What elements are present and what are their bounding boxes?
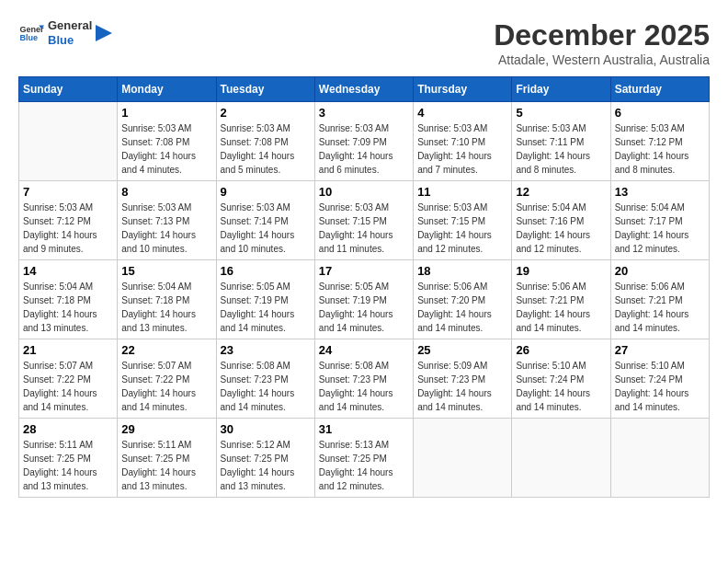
day-info: Sunrise: 5:11 AMSunset: 7:25 PMDaylight:…: [121, 438, 211, 493]
logo-general: General: [48, 18, 92, 33]
day-number: 17: [319, 264, 409, 278]
day-info: Sunrise: 5:06 AMSunset: 7:20 PMDaylight:…: [417, 280, 507, 335]
calendar-cell: 16Sunrise: 5:05 AMSunset: 7:19 PMDayligh…: [216, 260, 314, 339]
calendar-table: SundayMondayTuesdayWednesdayThursdayFrid…: [18, 76, 710, 498]
calendar-header-row: SundayMondayTuesdayWednesdayThursdayFrid…: [19, 77, 710, 102]
calendar-cell: 1Sunrise: 5:03 AMSunset: 7:08 PMDaylight…: [118, 102, 216, 181]
day-info: Sunrise: 5:03 AMSunset: 7:08 PMDaylight:…: [221, 121, 311, 177]
calendar-week-row: 21Sunrise: 5:07 AMSunset: 7:22 PMDayligh…: [19, 339, 710, 419]
calendar-cell: [19, 102, 118, 181]
day-number: 24: [319, 343, 409, 357]
day-number: 15: [121, 264, 211, 278]
column-header-saturday: Saturday: [610, 77, 709, 102]
day-info: Sunrise: 5:03 AMSunset: 7:09 PMDaylight:…: [319, 121, 409, 177]
title-section: December 2025 Attadale, Western Australi…: [494, 18, 710, 67]
day-info: Sunrise: 5:06 AMSunset: 7:21 PMDaylight:…: [615, 280, 705, 335]
day-info: Sunrise: 5:03 AMSunset: 7:15 PMDaylight:…: [417, 201, 507, 256]
column-header-monday: Monday: [118, 77, 216, 102]
day-number: 23: [221, 343, 311, 357]
day-number: 12: [516, 185, 606, 199]
day-info: Sunrise: 5:09 AMSunset: 7:23 PMDaylight:…: [417, 359, 507, 414]
calendar-cell: 21Sunrise: 5:07 AMSunset: 7:22 PMDayligh…: [19, 339, 118, 419]
day-info: Sunrise: 5:03 AMSunset: 7:12 PMDaylight:…: [23, 201, 113, 256]
calendar-cell: 7Sunrise: 5:03 AMSunset: 7:12 PMDaylight…: [19, 181, 118, 260]
day-number: 10: [319, 185, 409, 199]
location-subtitle: Attadale, Western Australia, Australia: [494, 52, 710, 67]
calendar-cell: 28Sunrise: 5:11 AMSunset: 7:25 PMDayligh…: [19, 419, 118, 498]
calendar-cell: 12Sunrise: 5:04 AMSunset: 7:16 PMDayligh…: [512, 181, 610, 260]
calendar-cell: 23Sunrise: 5:08 AMSunset: 7:23 PMDayligh…: [216, 339, 314, 419]
calendar-cell: [610, 419, 709, 498]
calendar-cell: 18Sunrise: 5:06 AMSunset: 7:20 PMDayligh…: [414, 260, 512, 339]
day-number: 22: [121, 343, 211, 357]
day-info: Sunrise: 5:07 AMSunset: 7:22 PMDaylight:…: [23, 359, 113, 414]
day-info: Sunrise: 5:03 AMSunset: 7:08 PMDaylight:…: [121, 121, 211, 177]
day-number: 20: [615, 264, 705, 278]
day-info: Sunrise: 5:03 AMSunset: 7:12 PMDaylight:…: [615, 121, 705, 177]
day-info: Sunrise: 5:04 AMSunset: 7:18 PMDaylight:…: [23, 280, 113, 335]
day-number: 6: [615, 106, 705, 120]
calendar-cell: 19Sunrise: 5:06 AMSunset: 7:21 PMDayligh…: [512, 260, 610, 339]
day-number: 13: [615, 185, 705, 199]
day-info: Sunrise: 5:04 AMSunset: 7:17 PMDaylight:…: [615, 201, 705, 256]
calendar-cell: [414, 419, 512, 498]
day-number: 18: [417, 264, 507, 278]
day-number: 31: [319, 422, 409, 436]
day-number: 14: [23, 264, 113, 278]
calendar-cell: 10Sunrise: 5:03 AMSunset: 7:15 PMDayligh…: [314, 181, 413, 260]
column-header-tuesday: Tuesday: [216, 77, 314, 102]
calendar-cell: 26Sunrise: 5:10 AMSunset: 7:24 PMDayligh…: [512, 339, 610, 419]
logo-icon: General Blue: [18, 20, 44, 46]
calendar-cell: 24Sunrise: 5:08 AMSunset: 7:23 PMDayligh…: [314, 339, 413, 419]
calendar-week-row: 7Sunrise: 5:03 AMSunset: 7:12 PMDaylight…: [19, 181, 710, 260]
day-info: Sunrise: 5:06 AMSunset: 7:21 PMDaylight:…: [516, 280, 606, 335]
calendar-cell: 25Sunrise: 5:09 AMSunset: 7:23 PMDayligh…: [414, 339, 512, 419]
day-number: 25: [417, 343, 507, 357]
day-info: Sunrise: 5:08 AMSunset: 7:23 PMDaylight:…: [221, 359, 311, 414]
calendar-week-row: 28Sunrise: 5:11 AMSunset: 7:25 PMDayligh…: [19, 419, 710, 498]
day-number: 1: [121, 106, 211, 120]
logo-arrow-icon: [96, 25, 112, 41]
day-info: Sunrise: 5:11 AMSunset: 7:25 PMDaylight:…: [23, 438, 113, 493]
page-header: General Blue General Blue December 2025 …: [18, 18, 710, 67]
calendar-cell: 2Sunrise: 5:03 AMSunset: 7:08 PMDaylight…: [216, 102, 314, 181]
calendar-cell: 29Sunrise: 5:11 AMSunset: 7:25 PMDayligh…: [118, 419, 216, 498]
day-info: Sunrise: 5:03 AMSunset: 7:10 PMDaylight:…: [417, 121, 507, 177]
day-number: 7: [23, 185, 113, 199]
calendar-cell: 22Sunrise: 5:07 AMSunset: 7:22 PMDayligh…: [118, 339, 216, 419]
day-number: 8: [121, 185, 211, 199]
calendar-week-row: 14Sunrise: 5:04 AMSunset: 7:18 PMDayligh…: [19, 260, 710, 339]
day-info: Sunrise: 5:08 AMSunset: 7:23 PMDaylight:…: [319, 359, 409, 414]
logo-blue: Blue: [48, 33, 92, 48]
day-number: 11: [417, 185, 507, 199]
day-number: 2: [221, 106, 311, 120]
calendar-cell: 9Sunrise: 5:03 AMSunset: 7:14 PMDaylight…: [216, 181, 314, 260]
day-number: 30: [221, 422, 311, 436]
day-number: 5: [516, 106, 606, 120]
calendar-cell: 31Sunrise: 5:13 AMSunset: 7:25 PMDayligh…: [314, 419, 413, 498]
day-info: Sunrise: 5:04 AMSunset: 7:18 PMDaylight:…: [121, 280, 211, 335]
calendar-cell: 11Sunrise: 5:03 AMSunset: 7:15 PMDayligh…: [414, 181, 512, 260]
day-number: 9: [221, 185, 311, 199]
month-title: December 2025: [494, 18, 710, 52]
day-info: Sunrise: 5:05 AMSunset: 7:19 PMDaylight:…: [319, 280, 409, 335]
day-info: Sunrise: 5:03 AMSunset: 7:11 PMDaylight:…: [516, 121, 606, 177]
calendar-cell: 4Sunrise: 5:03 AMSunset: 7:10 PMDaylight…: [414, 102, 512, 181]
day-number: 26: [516, 343, 606, 357]
day-number: 16: [221, 264, 311, 278]
column-header-friday: Friday: [512, 77, 610, 102]
day-info: Sunrise: 5:10 AMSunset: 7:24 PMDaylight:…: [516, 359, 606, 414]
calendar-cell: 14Sunrise: 5:04 AMSunset: 7:18 PMDayligh…: [19, 260, 118, 339]
day-number: 21: [23, 343, 113, 357]
calendar-cell: 17Sunrise: 5:05 AMSunset: 7:19 PMDayligh…: [314, 260, 413, 339]
day-info: Sunrise: 5:07 AMSunset: 7:22 PMDaylight:…: [121, 359, 211, 414]
column-header-sunday: Sunday: [19, 77, 118, 102]
calendar-cell: 8Sunrise: 5:03 AMSunset: 7:13 PMDaylight…: [118, 181, 216, 260]
calendar-cell: 5Sunrise: 5:03 AMSunset: 7:11 PMDaylight…: [512, 102, 610, 181]
day-info: Sunrise: 5:10 AMSunset: 7:24 PMDaylight:…: [615, 359, 705, 414]
calendar-cell: 20Sunrise: 5:06 AMSunset: 7:21 PMDayligh…: [610, 260, 709, 339]
calendar-cell: 27Sunrise: 5:10 AMSunset: 7:24 PMDayligh…: [610, 339, 709, 419]
day-info: Sunrise: 5:04 AMSunset: 7:16 PMDaylight:…: [516, 201, 606, 256]
day-info: Sunrise: 5:03 AMSunset: 7:14 PMDaylight:…: [221, 201, 311, 256]
day-number: 4: [417, 106, 507, 120]
